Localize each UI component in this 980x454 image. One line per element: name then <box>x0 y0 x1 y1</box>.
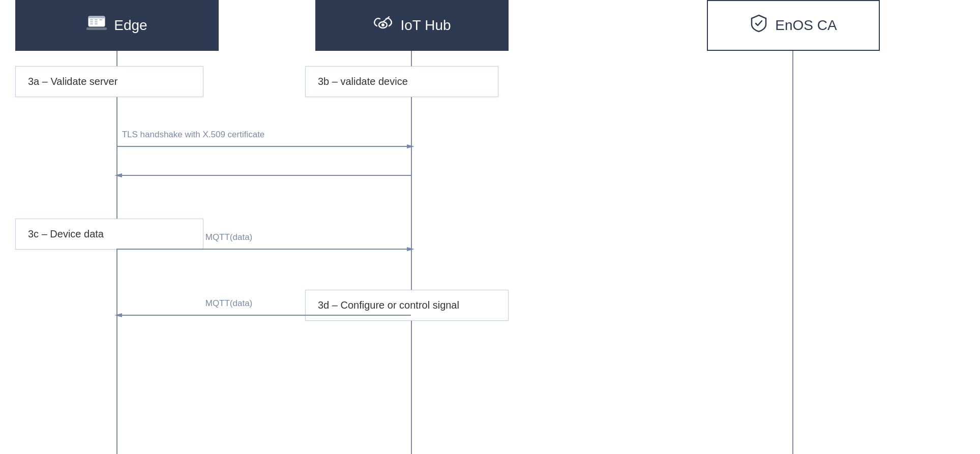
svg-rect-9 <box>86 27 107 30</box>
tls-label: TLS handshake with X.509 certificate <box>122 130 265 139</box>
lifeline-iothub <box>411 51 412 454</box>
svg-point-11 <box>381 23 384 26</box>
edge-icon <box>86 15 107 36</box>
actor-iothub: IoT Hub <box>315 0 509 51</box>
mqtt-back-label: MQTT(data) <box>205 298 253 308</box>
tls-back-arrow <box>114 173 122 177</box>
step-3b-box: 3b – validate device <box>305 66 498 97</box>
svg-rect-3 <box>90 21 93 22</box>
step-3c-box: 3c – Device data <box>15 219 203 250</box>
step-3a-box: 3a – Validate server <box>15 66 203 97</box>
actor-enos-label: EnOS CA <box>775 17 837 34</box>
enos-icon <box>750 14 768 37</box>
lifeline-edge <box>116 51 117 454</box>
mqtt-forward-label: MQTT(data) <box>205 232 253 242</box>
iothub-icon <box>373 15 393 36</box>
svg-rect-5 <box>95 19 98 20</box>
actor-edge: Edge <box>15 0 219 51</box>
actor-iothub-label: IoT Hub <box>400 17 451 34</box>
svg-rect-4 <box>90 23 93 24</box>
svg-rect-2 <box>90 19 93 20</box>
mqtt-back-arrow <box>114 313 122 317</box>
lifeline-enos <box>792 51 793 454</box>
actor-enos: EnOS CA <box>707 0 880 51</box>
svg-rect-8 <box>99 19 102 20</box>
svg-rect-7 <box>95 23 98 24</box>
actor-edge-label: Edge <box>114 17 147 34</box>
svg-rect-6 <box>95 21 98 22</box>
sequence-diagram: Edge IoT Hub EnOS CA 3a – Validate <box>0 0 980 454</box>
svg-rect-1 <box>88 16 105 18</box>
step-3d-box: 3d – Configure or control signal <box>305 290 509 321</box>
